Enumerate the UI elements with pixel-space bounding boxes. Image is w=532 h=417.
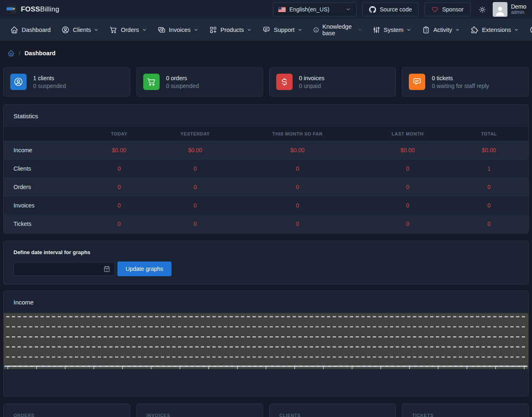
user-circle-icon — [61, 26, 70, 34]
cell-value: $0.00 — [450, 141, 528, 160]
summary-card-tickets: 0 tickets 0 waiting for staff reply — [402, 67, 529, 97]
grid-add-icon — [209, 26, 217, 34]
chevron-down-icon — [298, 27, 302, 32]
us-flag-icon — [278, 7, 286, 12]
nav-item-knowledge-base[interactable]: Knowledge base — [308, 19, 367, 41]
summary-title: 0 invoices — [299, 75, 325, 81]
tickets-card: TICKETS — [402, 403, 529, 417]
chevron-down-icon — [514, 27, 519, 32]
date-interval-card: Define date interval for graphs Update g… — [3, 241, 529, 284]
user-role: admin — [511, 10, 526, 16]
sponsor-button[interactable]: Sponsor — [424, 2, 470, 16]
topbar: FOSSBilling English(en_US) Source code S… — [0, 0, 532, 19]
cart-icon — [109, 26, 117, 34]
cart-icon — [143, 74, 160, 90]
summary-title: 0 orders — [166, 75, 199, 81]
table-row-orders: Orders 0 0 0 0 0 — [4, 178, 528, 196]
chevron-down-icon — [358, 27, 362, 32]
summary-card-orders: 0 orders 0 suspended — [136, 67, 263, 97]
summary-card-invoices: 0 invoices 0 unpaid — [269, 67, 396, 97]
nav-item-clients[interactable]: Clients — [56, 19, 104, 41]
col-header-total: TOTAL — [450, 127, 528, 141]
summary-subtitle: 0 waiting for staff reply — [432, 83, 489, 89]
table-row-income: Income $0.00 $0.00 $0.00 $0.00 $0.00 — [4, 141, 528, 160]
nav-item-help[interactable]: Help — [524, 19, 532, 41]
col-header-empty — [4, 127, 77, 141]
home-icon — [10, 26, 18, 34]
language-select[interactable]: English(en_US) — [273, 2, 356, 16]
col-header-this-month: THIS MONTH SO FAR — [229, 127, 365, 141]
statistics-table: TODAY YESTERDAY THIS MONTH SO FAR LAST M… — [4, 127, 528, 233]
cell-value: 0 — [161, 196, 230, 215]
cell-value: 0 — [229, 160, 365, 178]
date-interval-label: Define date interval for graphs — [14, 249, 518, 255]
nav-item-system[interactable]: System — [367, 19, 417, 41]
col-header-yesterday: YESTERDAY — [161, 127, 230, 141]
chevron-down-icon — [194, 27, 198, 32]
col-header-today: TODAY — [77, 127, 161, 141]
income-chart-plot — [4, 313, 528, 369]
puzzle-icon — [471, 26, 479, 34]
update-graphs-button[interactable]: Update graphs — [117, 261, 171, 276]
nav-item-label: Clients — [73, 27, 91, 33]
tickets-card-title: TICKETS — [402, 404, 528, 417]
nav-item-support[interactable]: Support — [257, 19, 308, 41]
avatar — [493, 2, 507, 17]
breadcrumb-separator: / — [19, 50, 20, 56]
invoices-card: INVOICES — [136, 403, 263, 417]
sponsor-label: Sponsor — [442, 6, 463, 13]
income-chart-card: Income — [3, 291, 529, 397]
chevron-down-icon — [455, 27, 460, 32]
clients-card-title: CLIENTS — [270, 404, 396, 417]
nav-item-label: Knowledge base — [322, 23, 355, 36]
calendar-icon — [103, 265, 110, 273]
row-label: Orders — [4, 178, 77, 196]
home-icon[interactable] — [7, 50, 15, 57]
user-menu[interactable]: Demo admin — [493, 2, 526, 17]
date-interval-input[interactable] — [14, 262, 115, 276]
nav-item-orders[interactable]: Orders — [104, 19, 152, 41]
github-icon — [369, 6, 376, 13]
summary-subtitle: 0 suspended — [33, 83, 66, 89]
summary-title: 0 tickets — [432, 75, 489, 81]
cell-value: 0 — [229, 178, 365, 196]
invoices-card-title: INVOICES — [137, 404, 263, 417]
cell-value: 0 — [161, 178, 230, 196]
cell-value: 0 — [77, 215, 161, 233]
nav-item-activity[interactable]: Activity — [417, 19, 465, 41]
statistics-title: Statistics — [4, 105, 528, 127]
cell-value: 0 — [77, 160, 161, 178]
message-icon — [262, 26, 271, 34]
nav-item-label: System — [384, 27, 404, 33]
person-icon — [494, 5, 506, 17]
cash-icon — [158, 26, 166, 34]
chevron-down-icon — [406, 27, 411, 32]
cell-value: 0 — [366, 196, 450, 215]
summary-card-clients: 1 clients 0 suspended — [3, 67, 130, 97]
fossbilling-logo-icon — [6, 4, 17, 15]
cell-value: 0 — [229, 215, 365, 233]
lifebuoy-icon — [530, 26, 532, 34]
statistics-header-row: TODAY YESTERDAY THIS MONTH SO FAR LAST M… — [4, 127, 528, 141]
theme-toggle-button[interactable] — [476, 2, 489, 16]
nav-item-label: Invoices — [169, 27, 191, 33]
source-code-label: Source code — [380, 6, 412, 13]
col-header-last-month: LAST MONTH — [366, 127, 450, 141]
nav-item-products[interactable]: Products — [204, 19, 257, 41]
cell-value: 0 — [450, 215, 528, 233]
bottom-cards-row: ORDERS INVOICES CLIENTS TICKETS — [3, 403, 529, 417]
nav-item-invoices[interactable]: Invoices — [152, 19, 204, 41]
adjustments-icon — [372, 26, 381, 34]
nav-item-extensions[interactable]: Extensions — [465, 19, 524, 41]
cell-value: 0 — [229, 196, 365, 215]
breadcrumb-current: Dashboard — [25, 50, 56, 56]
table-row-invoices: Invoices 0 0 0 0 0 — [4, 196, 528, 215]
user-name: Demo — [511, 3, 526, 10]
source-code-button[interactable]: Source code — [362, 2, 419, 16]
clipboard-icon — [422, 26, 430, 34]
clients-card: CLIENTS — [269, 403, 396, 417]
cell-value: $0.00 — [161, 141, 230, 160]
orders-card: ORDERS — [3, 403, 130, 417]
brand[interactable]: FOSSBilling — [6, 4, 59, 15]
nav-item-dashboard[interactable]: Dashboard — [5, 19, 56, 41]
